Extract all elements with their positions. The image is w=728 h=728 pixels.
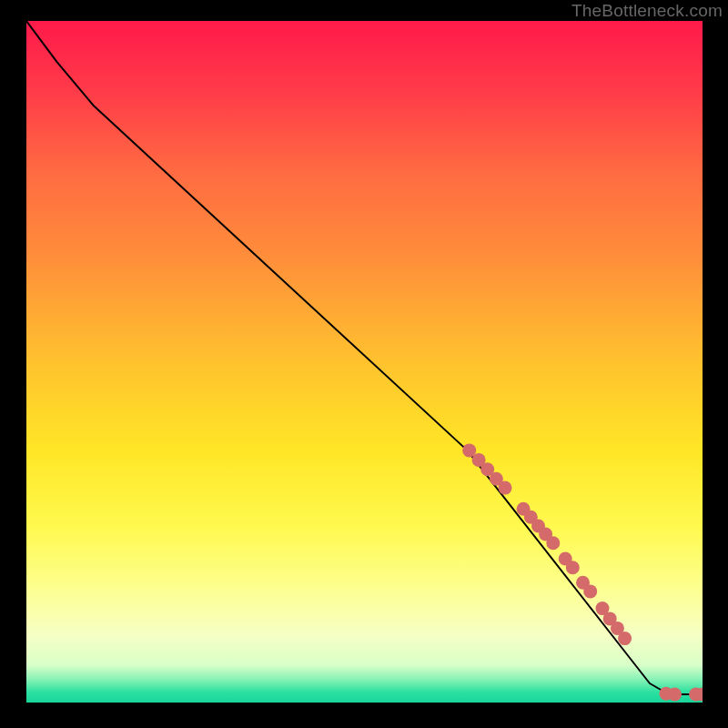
chart-markers	[462, 443, 703, 701]
chart-curve	[26, 21, 703, 694]
chart-marker	[566, 561, 580, 574]
chart-marker	[499, 481, 512, 495]
chart-marker	[583, 584, 597, 598]
chart-marker	[668, 688, 682, 702]
chart-frame	[26, 21, 703, 703]
chart-plot	[26, 21, 703, 703]
chart-marker	[546, 536, 560, 550]
watermark-text: TheBottleneck.com	[571, 1, 723, 21]
chart-marker	[618, 632, 632, 645]
